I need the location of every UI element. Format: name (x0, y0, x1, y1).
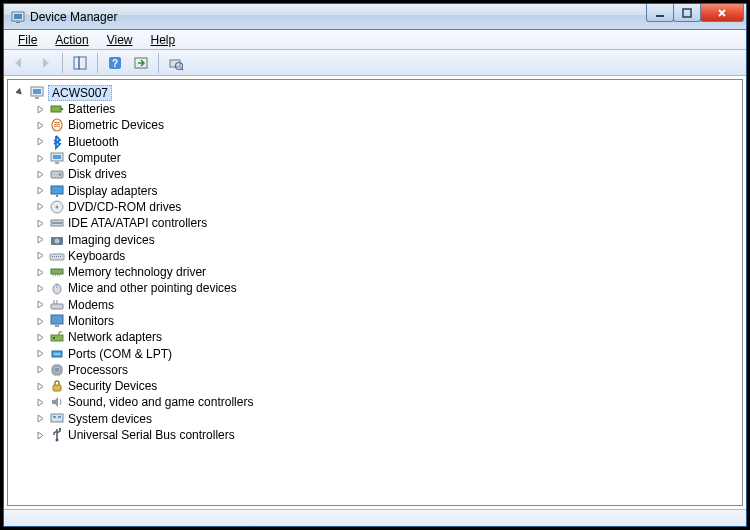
show-hide-tree-button[interactable] (69, 52, 91, 74)
expand-icon[interactable] (34, 250, 46, 262)
expand-icon[interactable] (34, 201, 46, 213)
computer-icon (49, 150, 65, 166)
expand-icon[interactable] (34, 103, 46, 115)
menu-action[interactable]: Action (47, 31, 96, 49)
device-category[interactable]: Display adapters (14, 182, 740, 198)
device-label: Bluetooth (68, 135, 119, 149)
menu-help[interactable]: Help (143, 31, 184, 49)
system-icon (49, 411, 65, 427)
expand-icon[interactable] (34, 119, 46, 131)
cpu-icon (49, 362, 65, 378)
device-label: Ports (COM & LPT) (68, 347, 172, 361)
toolbar-separator (97, 53, 98, 73)
expand-icon[interactable] (34, 315, 46, 327)
maximize-button[interactable] (673, 4, 701, 22)
device-category[interactable]: Bluetooth (14, 134, 740, 150)
back-button (8, 52, 30, 74)
computer-icon (29, 85, 45, 101)
toolbar-separator (62, 53, 63, 73)
device-label: Display adapters (68, 184, 157, 198)
expand-icon[interactable] (34, 185, 46, 197)
device-label: Computer (68, 151, 121, 165)
device-category[interactable]: System devices (14, 411, 740, 427)
help-button[interactable]: ? (104, 52, 126, 74)
expand-icon[interactable] (34, 136, 46, 148)
device-category[interactable]: Monitors (14, 313, 740, 329)
window-controls (647, 4, 744, 22)
camera-icon (49, 232, 65, 248)
device-category[interactable]: Batteries (14, 101, 740, 117)
display-icon (49, 183, 65, 199)
toolbar: ? (4, 50, 746, 76)
expand-icon[interactable] (34, 299, 46, 311)
expand-icon[interactable] (34, 282, 46, 294)
ide-icon (49, 215, 65, 231)
device-category[interactable]: Disk drives (14, 166, 740, 182)
tree-root-node[interactable]: ACWS007 (14, 84, 740, 101)
svg-rect-4 (683, 9, 691, 17)
expand-icon[interactable] (34, 331, 46, 343)
disk-icon (49, 166, 65, 182)
menu-file[interactable]: File (10, 31, 45, 49)
expand-icon[interactable] (34, 364, 46, 376)
device-label: Universal Serial Bus controllers (68, 428, 235, 442)
device-category[interactable]: Ports (COM & LPT) (14, 345, 740, 361)
bluetooth-icon (49, 134, 65, 150)
keyboard-icon (49, 248, 65, 264)
titlebar: Device Manager (4, 4, 746, 30)
device-category[interactable]: Modems (14, 297, 740, 313)
device-category[interactable]: IDE ATA/ATAPI controllers (14, 215, 740, 231)
sound-icon (49, 394, 65, 410)
device-category[interactable]: Security Devices (14, 378, 740, 394)
scan-hardware-button[interactable] (165, 52, 187, 74)
root-label: ACWS007 (48, 85, 112, 101)
security-icon (49, 378, 65, 394)
minimize-button[interactable] (646, 4, 674, 22)
network-icon (49, 329, 65, 345)
device-category[interactable]: Memory technology driver (14, 264, 740, 280)
device-tree: ACWS007 BatteriesBiometric DevicesBlueto… (10, 82, 740, 445)
expand-icon[interactable] (34, 380, 46, 392)
device-category[interactable]: Mice and other pointing devices (14, 280, 740, 296)
svg-rect-3 (656, 15, 664, 17)
device-category[interactable]: Processors (14, 362, 740, 378)
svg-rect-1 (14, 14, 22, 19)
device-category[interactable]: Keyboards (14, 248, 740, 264)
device-label: Biometric Devices (68, 118, 164, 132)
device-label: Sound, video and game controllers (68, 395, 253, 409)
device-label: Monitors (68, 314, 114, 328)
device-category[interactable]: Imaging devices (14, 231, 740, 247)
device-category[interactable]: Network adapters (14, 329, 740, 345)
device-label: Batteries (68, 102, 115, 116)
svg-rect-6 (79, 57, 86, 69)
expand-icon[interactable] (34, 429, 46, 441)
close-button[interactable] (700, 4, 744, 22)
device-category[interactable]: Universal Serial Bus controllers (14, 427, 740, 443)
modem-icon (49, 297, 65, 313)
svg-rect-13 (33, 89, 41, 94)
expand-icon[interactable] (34, 152, 46, 164)
device-category[interactable]: DVD/CD-ROM drives (14, 199, 740, 215)
svg-rect-5 (74, 57, 79, 69)
device-label: DVD/CD-ROM drives (68, 200, 181, 214)
statusbar (4, 509, 746, 526)
device-label: Disk drives (68, 167, 127, 181)
toolbar-separator (158, 53, 159, 73)
expand-icon[interactable] (34, 234, 46, 246)
device-category[interactable]: Sound, video and game controllers (14, 394, 740, 410)
device-category[interactable]: Biometric Devices (14, 117, 740, 133)
window-title: Device Manager (30, 10, 117, 24)
mouse-icon (49, 280, 65, 296)
expand-icon[interactable] (34, 217, 46, 229)
expand-icon[interactable] (34, 348, 46, 360)
expand-icon[interactable] (34, 168, 46, 180)
expand-icon[interactable] (34, 413, 46, 425)
device-category[interactable]: Computer (14, 150, 740, 166)
expand-icon[interactable] (34, 396, 46, 408)
collapse-icon[interactable] (14, 87, 26, 99)
action-button[interactable] (130, 52, 152, 74)
battery-icon (49, 101, 65, 117)
expand-icon[interactable] (34, 266, 46, 278)
menu-view[interactable]: View (99, 31, 141, 49)
svg-rect-2 (16, 22, 20, 23)
